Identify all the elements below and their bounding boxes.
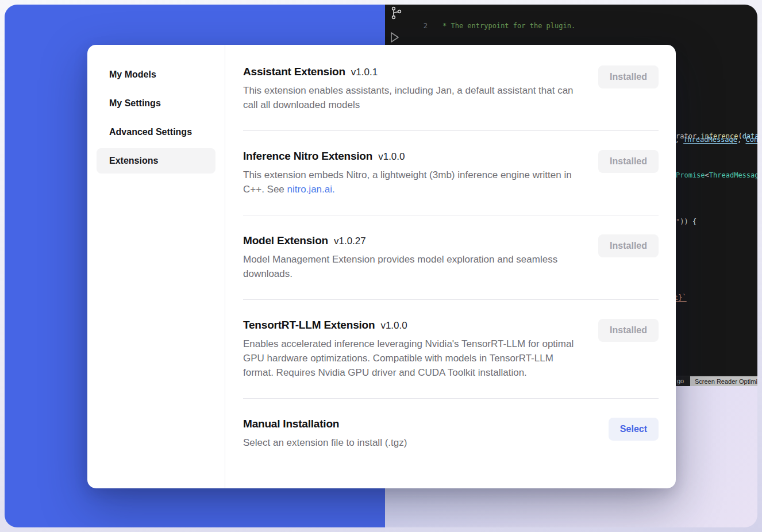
extension-description: Model Management Extension provides mode… (243, 252, 581, 281)
installed-button[interactable]: Installed (598, 234, 659, 257)
extension-title: Inference Nitro Extension (243, 150, 372, 163)
sidebar-item-label: My Models (109, 70, 156, 80)
extension-version: v1.0.27 (334, 236, 366, 247)
extension-item-model: Model Extension v1.0.27 Model Management… (243, 215, 659, 300)
code-fragment: ")) { (676, 218, 696, 226)
sidebar-item-label: My Settings (109, 98, 161, 109)
installed-button[interactable]: Installed (598, 150, 659, 173)
installed-button[interactable]: Installed (598, 319, 659, 342)
extension-description: Enables accelerated inference leveraging… (243, 337, 581, 380)
extension-header: Assistant Extension v1.0.1 (243, 65, 581, 78)
status-bar-item[interactable]: go (677, 377, 684, 384)
extension-title: TensortRT-LLM Extension (243, 319, 375, 331)
sidebar-item-extensions[interactable]: Extensions (97, 148, 215, 174)
code-line: 2 * The entrypoint for the plugin. (385, 21, 757, 31)
extension-item-inference-nitro: Inference Nitro Extension v1.0.0 This ex… (243, 131, 659, 215)
extension-header: Inference Nitro Extension v1.0.0 (243, 150, 581, 163)
code-fragment: rator.inference(data)); (676, 132, 757, 140)
extension-version: v1.0.0 (380, 320, 407, 331)
extensions-panel: Assistant Extension v1.0.1 This extensio… (225, 45, 676, 488)
manual-installation-title: Manual Installation (243, 418, 339, 430)
settings-modal: My Models My Settings Advanced Settings … (87, 45, 676, 488)
extension-description: This extension embeds Nitro, a lightweig… (243, 168, 581, 196)
extension-item-tensorrt-llm: TensortRT-LLM Extension v1.0.0 Enables a… (243, 300, 659, 399)
installed-button[interactable]: Installed (598, 65, 659, 88)
code-text: * The entrypoint for the plugin. (442, 21, 575, 31)
extension-title: Model Extension (243, 234, 328, 247)
screen-reader-status-badge[interactable]: Screen Reader Optimized (690, 376, 757, 386)
sidebar-item-advanced-settings[interactable]: Advanced Settings (97, 119, 215, 145)
code-fragment: Promise<ThreadMessage> (676, 171, 757, 179)
extension-title: Assistant Extension (243, 65, 345, 78)
line-number: 2 (385, 21, 428, 31)
extension-header: Manual Installation (243, 418, 407, 430)
extension-description: This extension enables assistants, inclu… (243, 83, 581, 112)
extension-header: TensortRT-LLM Extension v1.0.0 (243, 319, 581, 331)
code-fragment: t}` (674, 294, 687, 302)
app-window: 2 * The entrypoint for the plugin. 3 */ … (5, 5, 757, 527)
sidebar-item-label: Extensions (109, 156, 158, 166)
select-file-button[interactable]: Select (609, 418, 659, 441)
manual-installation-item: Manual Installation Select an extension … (243, 399, 659, 464)
nitro-jan-ai-link[interactable]: nitro.jan.ai. (287, 184, 335, 195)
extension-item-assistant: Assistant Extension v1.0.1 This extensio… (243, 65, 659, 131)
settings-sidebar: My Models My Settings Advanced Settings … (87, 45, 225, 488)
manual-installation-description: Select an extension file to install (.tg… (243, 435, 407, 450)
extension-version: v1.0.0 (378, 151, 405, 163)
extension-version: v1.0.1 (351, 67, 378, 78)
sidebar-item-my-models[interactable]: My Models (97, 62, 215, 87)
sidebar-item-my-settings[interactable]: My Settings (97, 91, 215, 116)
sidebar-item-label: Advanced Settings (109, 127, 192, 137)
extension-header: Model Extension v1.0.27 (243, 234, 581, 247)
